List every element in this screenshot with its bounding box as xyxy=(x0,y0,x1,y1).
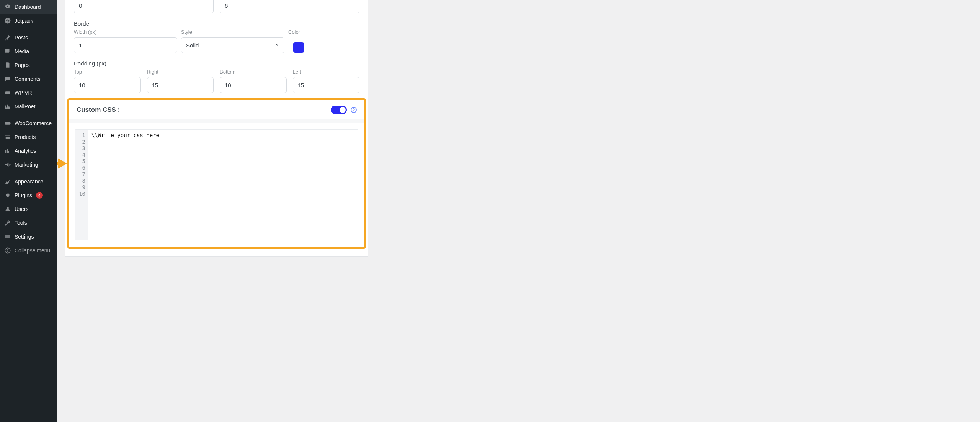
pin-icon xyxy=(4,34,11,41)
sidebar-item-label: Settings xyxy=(15,234,34,240)
sidebar-item-label: Products xyxy=(15,134,36,140)
border-color-swatch[interactable] xyxy=(293,42,304,53)
sidebar-item-label: Media xyxy=(15,48,29,54)
comments-icon xyxy=(4,75,11,83)
sidebar-item-label: Dashboard xyxy=(15,4,41,10)
svg-point-4 xyxy=(5,248,10,253)
sidebar-item-label: Pages xyxy=(15,62,30,68)
settings-icon xyxy=(4,233,11,240)
sidebar-item-media[interactable]: Media xyxy=(0,44,57,58)
appearance-icon xyxy=(4,178,11,185)
marketing-icon xyxy=(4,161,11,168)
sidebar-item-pages[interactable]: Pages xyxy=(0,58,57,72)
help-icon[interactable]: ? xyxy=(351,107,357,113)
woo-icon xyxy=(4,119,11,127)
sidebar-item-wp-vr[interactable]: WP VR xyxy=(0,86,57,100)
padding-right-input[interactable] xyxy=(147,77,214,93)
sidebar-item-dashboard[interactable]: Dashboard xyxy=(0,0,57,14)
sidebar-item-label: Posts xyxy=(15,34,28,41)
analytics-icon xyxy=(4,147,11,155)
sidebar-item-label: Users xyxy=(15,206,29,212)
custom-css-highlight: Custom CSS : ? 12345678910 \\Write your … xyxy=(67,98,366,249)
sidebar-item-label: MailPoet xyxy=(15,103,35,110)
sidebar-item-comments[interactable]: Comments xyxy=(0,72,57,86)
sidebar-item-analytics[interactable]: Analytics xyxy=(0,144,57,158)
sidebar-item-users[interactable]: Users xyxy=(0,202,57,216)
padding-top-label: Top xyxy=(74,69,141,75)
custom-css-header: Custom CSS : ? xyxy=(69,100,364,119)
collapse-menu-label: Collapse menu xyxy=(15,247,50,254)
settings-panel: Border Width (px) Style Solid xyxy=(65,0,368,257)
sidebar-item-label: WooCommerce xyxy=(15,120,52,126)
sidebar-item-label: Marketing xyxy=(15,162,38,168)
sidebar-item-settings[interactable]: Settings xyxy=(0,230,57,244)
padding-section-label: Padding (px) xyxy=(74,60,359,67)
sidebar-item-label: Analytics xyxy=(15,148,36,154)
admin-menu: DashboardJetpackPostsMediaPagesCommentsW… xyxy=(0,0,57,257)
arrow-annotation xyxy=(57,158,67,169)
sidebar-item-marketing[interactable]: Marketing xyxy=(0,158,57,172)
sidebar-item-jetpack[interactable]: Jetpack xyxy=(0,14,57,28)
sidebar-item-label: Appearance xyxy=(15,178,44,185)
plugins-icon xyxy=(4,191,11,199)
padding-right-label: Right xyxy=(147,69,214,75)
collapse-menu[interactable]: Collapse menu xyxy=(0,244,57,257)
sidebar-item-label: Comments xyxy=(15,76,41,82)
border-color-label: Color xyxy=(288,29,309,35)
svg-rect-1 xyxy=(5,91,10,94)
sidebar-item-posts[interactable]: Posts xyxy=(0,31,57,44)
products-icon xyxy=(4,133,11,141)
padding-bottom-label: Bottom xyxy=(220,69,287,75)
sidebar-item-plugins[interactable]: Plugins4 xyxy=(0,188,57,202)
jetpack-icon xyxy=(4,17,11,25)
sidebar-item-label: Jetpack xyxy=(15,18,33,24)
media-icon xyxy=(4,47,11,55)
padding-top-input[interactable] xyxy=(74,77,141,93)
custom-css-toggle[interactable] xyxy=(331,106,347,114)
pages-icon xyxy=(4,61,11,69)
main-content: Border Width (px) Style Solid xyxy=(57,0,980,422)
collapse-icon xyxy=(4,247,11,254)
users-icon xyxy=(4,205,11,213)
sidebar-item-mailpoet[interactable]: MailPoet xyxy=(0,100,57,113)
sidebar-item-label: Plugins xyxy=(15,192,32,198)
svg-point-0 xyxy=(5,18,11,24)
padding-bottom-input[interactable] xyxy=(220,77,287,93)
field-a-right[interactable] xyxy=(220,0,359,13)
svg-rect-2 xyxy=(5,122,11,125)
svg-point-3 xyxy=(7,207,9,209)
padding-left-label: Left xyxy=(293,69,360,75)
sidebar-item-label: Tools xyxy=(15,220,27,226)
mailpoet-icon xyxy=(4,103,11,110)
border-width-label: Width (px) xyxy=(74,29,177,35)
border-style-select[interactable]: Solid xyxy=(181,37,284,53)
sidebar-item-appearance[interactable]: Appearance xyxy=(0,175,57,188)
css-editor[interactable]: 12345678910 \\Write your css here xyxy=(75,129,358,240)
border-style-label: Style xyxy=(181,29,284,35)
border-width-input[interactable] xyxy=(74,37,177,53)
padding-left-input[interactable] xyxy=(293,77,360,93)
sidebar-item-label: WP VR xyxy=(15,90,32,96)
border-section-label: Border xyxy=(74,20,359,27)
editor-code[interactable]: \\Write your css here xyxy=(88,130,358,240)
update-badge: 4 xyxy=(36,192,43,199)
editor-gutter: 12345678910 xyxy=(75,130,88,240)
dashboard-icon xyxy=(4,3,11,11)
wpvr-icon xyxy=(4,89,11,97)
field-a-left[interactable] xyxy=(74,0,214,13)
custom-css-title: Custom CSS : xyxy=(77,106,120,114)
sidebar-item-products[interactable]: Products xyxy=(0,130,57,144)
tools-icon xyxy=(4,219,11,227)
sidebar-item-tools[interactable]: Tools xyxy=(0,216,57,230)
admin-sidebar: DashboardJetpackPostsMediaPagesCommentsW… xyxy=(0,0,57,422)
sidebar-item-woocommerce[interactable]: WooCommerce xyxy=(0,116,57,130)
